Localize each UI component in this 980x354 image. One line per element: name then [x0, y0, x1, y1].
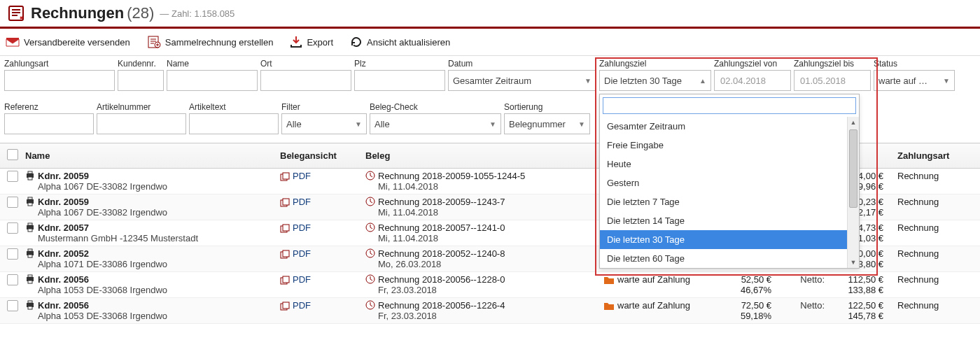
amount-1: 52,50 €: [729, 274, 771, 285]
customer-number: Kdnr. 20059: [38, 197, 89, 207]
textfield-artikelnummer[interactable]: [102, 118, 181, 130]
send-ready-label: Versandbereite versenden: [24, 37, 130, 48]
table-row[interactable]: Kdnr. 20056Alpha 1053 DE-33068 IrgendwoP…: [0, 298, 980, 324]
page-title-subcount: — Zahl: 1.158.085: [160, 8, 234, 19]
page-header: Rechnungen (28) — Zahl: 1.158.085: [0, 0, 980, 29]
beleg-title: Rechnung 2018-20059-1055-1244-5: [378, 171, 525, 181]
select-value-zahlungsziel: Die letzten 30 Tage: [604, 76, 682, 86]
table-row[interactable]: Kdnr. 20056Alpha 1053 DE-33068 IrgendwoP…: [0, 272, 980, 298]
select-sortierung[interactable]: Belegnummer▼: [504, 113, 590, 134]
filter-label-referenz: Referenz: [4, 102, 94, 112]
printer-icon: [25, 274, 35, 284]
row-checkbox[interactable]: [7, 171, 18, 182]
pdf-link[interactable]: PDF: [293, 300, 311, 311]
dropdown-option[interactable]: Gestern: [600, 174, 859, 192]
filter-ort: Ort: [260, 59, 351, 91]
row-checkbox[interactable]: [7, 300, 18, 311]
col-name[interactable]: Name: [18, 143, 273, 169]
textfield-ort[interactable]: [265, 75, 346, 87]
input-ort[interactable]: [260, 70, 351, 91]
customer-number: Kdnr. 20059: [38, 171, 89, 181]
send-ready-button[interactable]: Versandbereite versenden: [6, 36, 130, 48]
pdf-link[interactable]: PDF: [293, 171, 311, 181]
netto-amount-2: 145,78 €: [839, 311, 883, 321]
row-checkbox[interactable]: [7, 222, 18, 234]
input-artikelnummer[interactable]: [97, 113, 186, 134]
col-belegansicht[interactable]: Belegansicht: [273, 143, 358, 169]
collective-invoice-button[interactable]: Sammelrechnung erstellen: [147, 36, 274, 48]
select-beleg_check[interactable]: Alle▼: [370, 113, 501, 134]
select-status[interactable]: warte auf …▼: [874, 70, 955, 91]
customer-address: Alpha 1067 DE-33082 Irgendwo: [38, 207, 167, 218]
textfield-artikeltext[interactable]: [194, 118, 274, 130]
textfield-kundennr[interactable]: [122, 75, 159, 87]
page-title: Rechnungen: [31, 4, 124, 22]
pdf-link[interactable]: PDF: [293, 197, 311, 207]
svg-rect-23: [28, 255, 32, 257]
select-datum[interactable]: Gesamter Zeitraum▼: [448, 70, 596, 91]
textfield-zahlungsart[interactable]: [9, 75, 110, 87]
input-kundennr[interactable]: [118, 70, 164, 91]
collective-invoice-label: Sammelrechnung erstellen: [165, 37, 274, 48]
amount-2: 59,18%: [729, 311, 771, 321]
pdf-link[interactable]: PDF: [293, 274, 311, 285]
pdf-link[interactable]: PDF: [293, 248, 311, 259]
svg-rect-37: [283, 302, 289, 309]
input-name[interactable]: [167, 70, 258, 91]
filter-label-zahlungsziel: Zahlungsziel: [599, 59, 711, 69]
scroll-down-icon[interactable]: ▼: [848, 257, 859, 268]
filter-status: Statuswarte auf …▼: [874, 59, 955, 91]
input-ziel_von[interactable]: [714, 70, 791, 91]
input-plz[interactable]: [354, 70, 445, 91]
col-beleg[interactable]: Beleg: [358, 143, 596, 169]
dropdown-option[interactable]: Die letzten 30 Tage: [600, 230, 859, 249]
dropdown-scrollbar[interactable]: ▲ ▼: [847, 117, 859, 268]
export-icon: [290, 36, 302, 48]
refresh-button[interactable]: Ansicht aktualisieren: [350, 36, 450, 48]
customer-number: Kdnr. 20057: [38, 222, 89, 233]
textfield-name[interactable]: [172, 75, 253, 87]
beleg-date: Fr, 23.03.2018: [378, 311, 437, 321]
textfield-ziel_von[interactable]: [719, 75, 786, 87]
scroll-thumb[interactable]: [849, 129, 858, 208]
printer-icon: [25, 171, 35, 180]
netto-amount-1: 122,50 €: [839, 300, 883, 311]
checkbox-icon[interactable]: [7, 149, 18, 160]
row-checkbox[interactable]: [7, 248, 18, 260]
export-button[interactable]: Export: [290, 36, 333, 48]
input-ziel_bis[interactable]: [794, 70, 871, 91]
input-referenz[interactable]: [4, 113, 94, 134]
pdf-icon: [280, 302, 290, 311]
select-zahlungsziel[interactable]: Die letzten 30 Tage▲: [599, 70, 711, 91]
beleg-date: Mi, 11.04.2018: [378, 233, 438, 243]
folder-icon: [603, 275, 615, 285]
col-checkbox[interactable]: [0, 143, 18, 169]
dropdown-option[interactable]: Die letzten 60 Tage: [600, 249, 859, 268]
dropdown-option[interactable]: Heute: [600, 155, 859, 174]
filter-zahlungsziel: ZahlungszielDie letzten 30 Tage▲: [599, 59, 711, 91]
select-filter[interactable]: Alle▼: [281, 113, 367, 134]
printer-icon: [25, 300, 35, 310]
clock-icon: [365, 300, 375, 310]
textfield-ziel_bis[interactable]: [799, 75, 866, 87]
netto-label: Netto:: [800, 300, 825, 311]
scroll-up-icon[interactable]: ▲: [848, 117, 859, 128]
dropdown-filter-input[interactable]: [603, 97, 856, 114]
row-checkbox[interactable]: [7, 197, 18, 208]
input-zahlungsart[interactable]: [4, 70, 115, 91]
row-checkbox[interactable]: [7, 274, 18, 285]
pdf-link[interactable]: PDF: [293, 222, 311, 233]
dropdown-option[interactable]: Die letzten 14 Tage: [600, 211, 859, 230]
dropdown-option[interactable]: Die letzten 7 Tage: [600, 192, 859, 211]
dropdown-option[interactable]: Freie Eingabe: [600, 136, 859, 155]
textfield-plz[interactable]: [359, 75, 440, 87]
filter-row-1: ZahlungsartKundennr.NameOrtPlzDatumGesam…: [0, 56, 980, 99]
filter-label-ort: Ort: [260, 59, 351, 69]
filter-label-sortierung: Sortierung: [504, 102, 590, 112]
input-artikeltext[interactable]: [189, 113, 279, 134]
dropdown-option[interactable]: Gesamter Zeitraum: [600, 117, 859, 136]
zahlungsziel-dropdown[interactable]: Gesamter ZeitraumFreie EingabeHeuteGeste…: [599, 94, 860, 269]
textfield-referenz[interactable]: [9, 118, 89, 130]
svg-rect-34: [28, 301, 32, 303]
col-zahlungsart[interactable]: Zahlungsart: [890, 143, 980, 169]
